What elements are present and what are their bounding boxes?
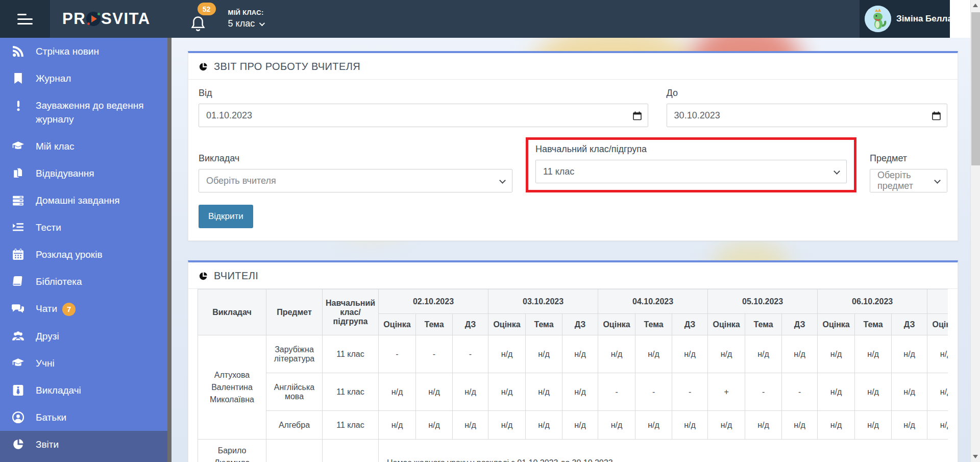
class-cell: 11 клас [323, 411, 379, 440]
user-menu[interactable]: Зіміна Белла [860, 0, 950, 38]
page-scrollbar[interactable] [970, 0, 980, 462]
bell-icon [190, 16, 206, 32]
value-cell: н/д [379, 411, 416, 440]
class-cell: 11 клас [323, 335, 379, 373]
teachers-panel-header: ВЧИТЕЛІ [188, 262, 958, 289]
subject-cell: Англійська мова [266, 373, 323, 411]
parent-icon [11, 410, 25, 424]
sidebar-item-label: Відвідування [36, 166, 161, 180]
sidebar-item-5[interactable]: Домашні завдання [0, 187, 172, 214]
sidebar-item-3[interactable]: Мій клас [0, 133, 172, 160]
sidebar-item-7[interactable]: Розклад уроків [0, 241, 172, 268]
pie-chart-icon [199, 272, 208, 281]
value-cell: н/д [488, 373, 526, 411]
sidebar-item-13[interactable]: Батьки [0, 404, 172, 431]
sidebar-scrollbar[interactable] [167, 38, 172, 462]
class-select[interactable]: 11 клас [535, 160, 847, 183]
subcolumn-header: ДЗ [453, 314, 488, 335]
notifications-button[interactable]: 52 [190, 4, 214, 34]
sidebar-item-11[interactable]: Учні [0, 350, 172, 377]
teacher-select[interactable]: Оберіть вчителя [199, 169, 512, 192]
table-row: Алгебра11 класн/дн/дн/дн/дн/дн/дн/дн/дн/… [198, 411, 948, 440]
value-cell: - [672, 373, 708, 411]
chevron-down-icon [934, 177, 941, 184]
value-cell: - [745, 373, 782, 411]
value-cell: - [453, 335, 488, 373]
value-cell: + [708, 373, 745, 411]
value-cell: н/д [526, 335, 562, 373]
value-cell: - [379, 335, 416, 373]
sidebar-item-0[interactable]: Стрічка новин [0, 38, 172, 65]
sidebar-item-2[interactable]: Зауваження до ведення журналу [0, 92, 172, 133]
subcolumn-header: Оцінка [488, 314, 526, 335]
no-lessons-message: Немає жодного уроку у розкладі з 01.10.2… [379, 440, 948, 462]
teachers-table-container: ВикладачПредметНавчальний клас/ підгрупа… [198, 289, 948, 462]
value-cell: н/д [562, 373, 598, 411]
subcolumn-header: Оцінка [818, 314, 855, 335]
scroll-down-arrow-icon[interactable] [973, 455, 978, 458]
value-cell: - [782, 373, 818, 411]
menu-toggle-button[interactable] [0, 0, 50, 38]
to-field: До 30.10.2023 [667, 88, 947, 127]
graduation-cap-icon [11, 139, 25, 153]
value-cell: н/д [782, 411, 818, 440]
value-cell: н/д [598, 335, 635, 373]
tie-icon [11, 383, 25, 397]
calendar-icon [932, 111, 941, 120]
value-cell: н/д [782, 335, 818, 373]
rss-icon [11, 44, 25, 58]
teacher-field: Викладач Оберіть вчителя [199, 153, 512, 192]
subcolumn-header: Оцінка [379, 314, 416, 335]
value-cell: н/д [453, 373, 488, 411]
calendar-icon [633, 111, 642, 120]
sidebar-item-label: Домашні завдання [36, 193, 161, 207]
subject-cell: - [266, 440, 323, 462]
sidebar-item-label: Чати7 [36, 302, 161, 316]
sidebar-item-1[interactable]: Журнал [0, 65, 172, 92]
sidebar-item-14[interactable]: Звіти [0, 431, 172, 458]
sidebar-item-label: Батьки [36, 410, 161, 424]
report-form-title: ЗВІТ ПРО РОБОТУ ВЧИТЕЛЯ [214, 61, 360, 72]
bookmark-icon [11, 71, 25, 85]
sidebar-item-10[interactable]: Друзі [0, 323, 172, 350]
col-header-0: Викладач [198, 289, 266, 335]
subject-select[interactable]: Оберіть предмет [870, 169, 947, 192]
value-cell: - [416, 335, 453, 373]
sidebar-item-6[interactable]: Тести [0, 214, 172, 241]
users-icon [11, 329, 25, 343]
my-class-dropdown[interactable]: 5 клас [228, 18, 264, 29]
chevron-down-icon [499, 177, 506, 184]
open-report-button[interactable]: Відкрити [199, 205, 253, 228]
pie-chart-icon [199, 62, 208, 71]
scroll-up-arrow-icon[interactable] [973, 4, 978, 7]
teacher-name-cell: Алтухова Валентина Миколаївна [198, 335, 266, 440]
app-logo: PR SVITA [62, 10, 151, 28]
sidebar-item-8[interactable]: Бібліотека [0, 268, 172, 295]
sidebar-item-9[interactable]: Чати7 [0, 295, 172, 323]
subcolumn-header: Тема [855, 314, 892, 335]
subject-field: Предмет Оберіть предмет [870, 153, 947, 192]
value-cell: н/д [708, 411, 745, 440]
value-cell: н/д [526, 373, 562, 411]
class-cell: 11 клас [323, 373, 379, 411]
subject-cell: Алгебра [266, 411, 323, 440]
sidebar-item-12[interactable]: Викладачі [0, 377, 172, 404]
value-cell: н/д [672, 335, 708, 373]
value-cell: н/д [598, 411, 635, 440]
screen: PR SVITA 52 МІЙ КЛАС: 5 клас [0, 0, 980, 462]
sidebar-item-label: Друзі [36, 329, 161, 343]
to-date-input[interactable]: 30.10.2023 [667, 104, 947, 127]
sidebar-subitem-15[interactable]: Журнал відвідування [0, 458, 172, 462]
book-icon [11, 275, 25, 288]
value-cell: н/д [818, 373, 855, 411]
sidebar-item-label: Викладачі [36, 383, 161, 397]
subcolumn-header: Тема [416, 314, 453, 335]
my-class-block: МІЙ КЛАС: 5 клас [228, 9, 264, 29]
sidebar-item-4[interactable]: Відвідування [0, 160, 172, 187]
value-cell: н/д [635, 335, 672, 373]
scrollbar-thumb[interactable] [971, 12, 980, 165]
class-field-highlight: Навчальний клас/підгрупа 11 клас [526, 137, 856, 192]
from-date-input[interactable]: 01.10.2023 [199, 104, 648, 127]
date-group-header-4: 06.10.2023 [818, 289, 927, 314]
from-label: Від [199, 88, 648, 99]
